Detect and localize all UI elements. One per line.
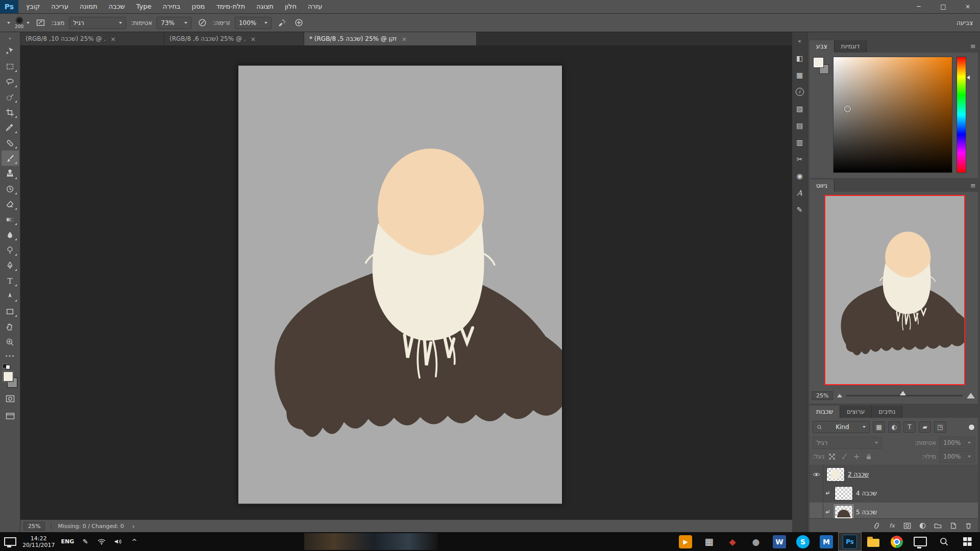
tool-pen[interactable]	[2, 258, 19, 273]
close-tab-icon[interactable]: ×	[251, 35, 256, 43]
layer-thumbnail[interactable]	[835, 505, 853, 519]
tool-quick-selection[interactable]	[2, 89, 19, 105]
tool-gradient[interactable]	[2, 212, 19, 227]
tool-hand[interactable]	[2, 319, 19, 334]
color-panel-menu-icon[interactable]: ≡	[970, 40, 976, 53]
color-panel-fgbg-swatches[interactable]	[814, 58, 829, 74]
tab-channels[interactable]: ערוצים	[840, 406, 872, 418]
layer-visibility-toggle[interactable]	[810, 465, 823, 484]
navigator-zoom-field[interactable]: 25%	[812, 391, 833, 400]
delete-layer-icon[interactable]	[964, 521, 973, 530]
fill-select[interactable]: 100%	[939, 450, 975, 463]
layer-filter-select[interactable]: Kind	[813, 421, 870, 433]
menu-layer[interactable]: שכבה	[103, 0, 131, 13]
character-styles-panel-icon[interactable]: A	[793, 185, 807, 200]
volume-icon[interactable]	[113, 537, 123, 547]
new-group-icon[interactable]	[934, 521, 942, 530]
menu-view[interactable]: תצוגה	[251, 0, 279, 13]
character-panel-icon[interactable]: ▤	[793, 118, 807, 133]
layer-row-2[interactable]: שכבה 4	[810, 484, 978, 503]
pressure-opacity-toggle[interactable]	[196, 17, 208, 29]
photoshop-logo[interactable]: Ps	[0, 0, 18, 13]
layer-blend-mode-select[interactable]: רגיל	[813, 437, 882, 449]
hue-slider-marker[interactable]	[967, 76, 970, 80]
menu-filter[interactable]: מסנן	[186, 0, 210, 13]
layer-thumbnail[interactable]	[835, 486, 853, 500]
hue-slider[interactable]	[957, 57, 966, 173]
airbrush-toggle[interactable]	[276, 17, 288, 29]
edit-toolbar-icon[interactable]: •••	[5, 354, 15, 359]
close-button[interactable]: ×	[955, 0, 980, 13]
tool-rectangle[interactable]	[2, 304, 19, 319]
lock-pixels-icon[interactable]	[840, 453, 849, 461]
tool-eyedropper[interactable]	[2, 120, 19, 135]
menu-help[interactable]: עזרה	[302, 0, 328, 13]
menu-window[interactable]: חלון	[279, 0, 302, 13]
tool-history-brush[interactable]	[2, 181, 19, 196]
tool-blur[interactable]	[2, 227, 19, 242]
layer-style-icon[interactable]: fx	[888, 521, 896, 530]
taskbar-app-word[interactable]: W	[768, 532, 791, 551]
saturation-brightness-field[interactable]	[833, 57, 952, 173]
layer-name[interactable]: שכבה 5	[856, 509, 877, 516]
close-tab-icon[interactable]: ×	[110, 35, 116, 43]
brush-panel-toggle[interactable]	[34, 17, 46, 29]
screen-mode-button[interactable]	[2, 409, 19, 422]
tool-healing-brush[interactable]	[2, 135, 19, 151]
taskbar-app-skype[interactable]: S	[791, 532, 815, 551]
layer-filter-toggle[interactable]	[968, 424, 975, 431]
menu-file[interactable]: קובץ	[20, 0, 45, 13]
tab-swatches[interactable]: דוגמיות	[835, 40, 867, 53]
taskbar-app-m[interactable]: M	[815, 532, 838, 551]
menu-3d[interactable]: תלת-מימד	[210, 0, 251, 13]
taskbar-app-file-explorer[interactable]	[862, 532, 885, 551]
histogram-panel-icon[interactable]: ▦	[793, 67, 807, 82]
taskbar-app-movies-tv[interactable]: ▦	[697, 532, 721, 551]
zoom-slider-thumb[interactable]	[900, 391, 906, 395]
color-cursor[interactable]	[844, 106, 851, 112]
taskbar-app-media-player[interactable]: ▶	[674, 532, 697, 551]
tool-dodge[interactable]	[2, 242, 19, 258]
filter-type-layers-icon[interactable]: T	[903, 421, 916, 433]
status-zoom-field[interactable]: 25%	[23, 522, 45, 531]
tool-eraser[interactable]	[2, 196, 19, 212]
tool-lasso[interactable]	[2, 74, 19, 89]
new-layer-icon[interactable]	[949, 521, 958, 530]
minimize-button[interactable]: ─	[906, 0, 931, 13]
properties-panel-icon[interactable]: ▧	[793, 101, 807, 116]
foreground-background-swatches[interactable]	[3, 371, 18, 388]
tool-brush[interactable]	[2, 151, 19, 166]
document-tab-2[interactable]: . @ 25% (שכבה 6, RGB/8) ×	[164, 32, 304, 45]
language-indicator[interactable]: ENG	[61, 538, 74, 545]
layer-visibility-toggle[interactable]	[810, 484, 823, 503]
taskbar-app-photoshop[interactable]: Ps	[838, 532, 862, 551]
document-tab-3-active[interactable]: זקן @ 25% (שכבה 5, RGB/8) * ×	[304, 32, 477, 45]
document-canvas[interactable]	[238, 65, 562, 504]
link-layers-icon[interactable]	[872, 521, 881, 530]
opacity-select[interactable]: 73%	[157, 17, 191, 29]
lock-position-icon[interactable]	[852, 453, 861, 461]
tool-type[interactable]: T	[2, 273, 19, 288]
paragraph-panel-icon[interactable]: ▥	[793, 135, 807, 149]
flow-select[interactable]: 100%	[235, 17, 272, 29]
clone-source-panel-icon[interactable]: ◉	[793, 168, 807, 183]
tab-paths[interactable]: נתיבים	[872, 406, 902, 418]
document-tab-1[interactable]: . @ 25% (שכבה 10, RGB/8) ×	[20, 32, 164, 45]
navigator-panel-menu-icon[interactable]: ≡	[970, 180, 976, 192]
adjustment-layer-icon[interactable]	[918, 521, 927, 530]
show-hidden-icons[interactable]: ^	[129, 537, 139, 547]
layer-opacity-select[interactable]: 100%	[939, 437, 975, 449]
taskbar-app-computer[interactable]	[909, 532, 932, 551]
filter-pixel-layers-icon[interactable]: ▦	[873, 421, 885, 433]
measure-panel-icon[interactable]: ✂	[793, 152, 807, 166]
zoom-out-icon[interactable]	[837, 394, 842, 397]
dock-collapse-icon[interactable]: «	[793, 34, 807, 48]
taskbar-app-media[interactable]: ◆	[721, 532, 744, 551]
menu-select[interactable]: בחירה	[157, 0, 186, 13]
workspace-switcher[interactable]: צביעה	[957, 19, 973, 27]
start-button[interactable]	[955, 532, 979, 551]
default-colors-icon[interactable]	[3, 364, 10, 369]
tool-clone-stamp[interactable]	[2, 166, 19, 181]
blend-mode-select[interactable]: רגיל	[69, 17, 126, 29]
layer-name[interactable]: שכבה 2	[848, 471, 869, 478]
